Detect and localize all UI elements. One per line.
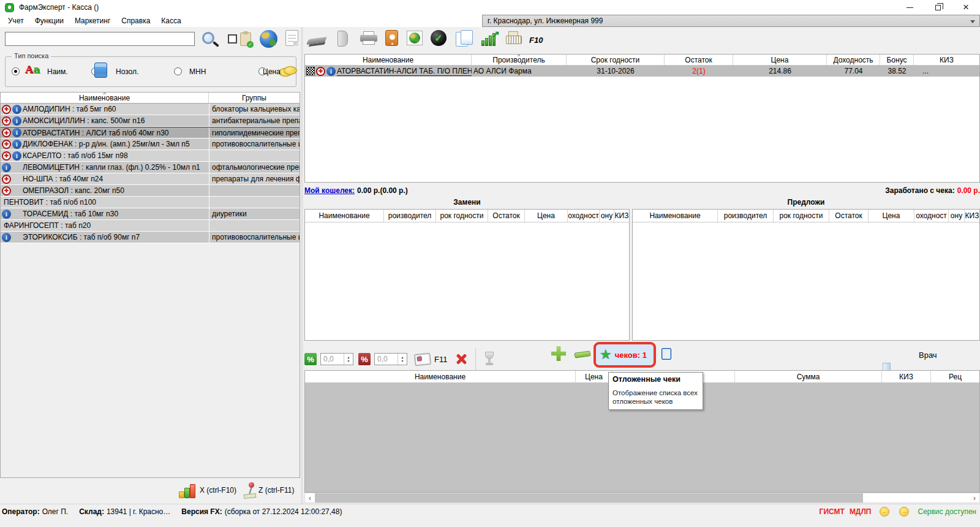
menu-funkcii[interactable]: Функции	[29, 15, 69, 26]
scrollbar-thumb[interactable]	[315, 493, 863, 502]
drug-row[interactable]: ✚iАТОРВАСТАТИН : АЛСИ таб п/об 40мг n30г…	[1, 127, 300, 138]
info-icon: i	[12, 128, 21, 137]
menu-kassa[interactable]: Касса	[156, 15, 186, 26]
col-product-name[interactable]: Наименование	[305, 55, 472, 65]
sales-chart-icon[interactable]: ↗	[481, 30, 500, 46]
drug-row[interactable]: ✚iКСАРЕЛТО : таб п/об 15мг n98	[1, 150, 300, 162]
drug-row[interactable]: iТОРАСЕМИД : таб 10мг n30диуретики	[1, 208, 300, 220]
product-table: Наименование ^ Производитель Срок годнос…	[304, 54, 980, 183]
rx-icon: ✚	[2, 105, 11, 114]
scroll-left-button[interactable]: ‹	[305, 493, 315, 502]
receipt-col-price[interactable]: Цена	[576, 371, 612, 382]
zameni-col-profit[interactable]: оходност	[568, 210, 600, 222]
globe-search-icon[interactable]	[260, 30, 277, 48]
close-button[interactable]: ×	[952, 0, 980, 15]
drug-row[interactable]: ✚iАМЛОДИПИН : таб 5мг n60блокаторы кальц…	[1, 104, 300, 115]
zameni-col-bonus[interactable]: ону	[600, 210, 614, 222]
coin-left-icon[interactable]: ←	[880, 507, 889, 517]
receipt-col-kiz[interactable]: КИЗ	[882, 371, 931, 382]
red-discount-spinner[interactable]: 0,0 ▲▼	[374, 353, 407, 365]
drug-row[interactable]: ПЕНТОВИТ : таб п/об n100	[1, 197, 300, 208]
product-kiz: ...	[914, 67, 979, 75]
spin-down-icon[interactable]: ▼	[347, 359, 350, 363]
vertical-splitter[interactable]	[301, 27, 303, 504]
predlozhi-col-profit[interactable]: оходност	[914, 210, 949, 222]
search-option-checkbox[interactable]	[228, 34, 237, 44]
sync-check-icon[interactable]: ✓	[431, 30, 447, 46]
radio-name[interactable]	[12, 67, 20, 75]
search-input[interactable]	[5, 32, 195, 46]
pages-icon[interactable]	[456, 30, 472, 46]
minimize-button[interactable]	[895, 0, 924, 15]
deferred-checks-button[interactable]: ★ чеков: 1	[594, 342, 656, 368]
drug-group	[209, 197, 300, 208]
printer-icon[interactable]	[360, 31, 377, 45]
location-dropdown[interactable]: г. Краснодар, ул. Инженерная 999	[482, 15, 980, 27]
menu-spravka[interactable]: Справка	[116, 15, 156, 26]
search-type-label: Тип поиска	[12, 52, 51, 59]
zameni-col-manufacturer[interactable]: роизводител	[384, 210, 436, 222]
zameni-col-kiz[interactable]: КИЗ	[614, 210, 629, 222]
clipboard-check-icon[interactable]	[240, 32, 251, 46]
col-stock[interactable]: Остаток	[665, 55, 733, 65]
scroll-right-button[interactable]: ›	[970, 493, 979, 502]
remove-item-button[interactable]	[575, 351, 591, 358]
toolbar-divider	[475, 348, 476, 370]
receipt-col-sum[interactable]: Сумма	[735, 371, 882, 382]
spin-down-icon[interactable]: ▼	[401, 359, 404, 363]
wallet-link[interactable]: Мой кошелек:	[304, 186, 355, 195]
predlozhi-col-bonus[interactable]: ону	[949, 210, 965, 222]
column-header-groups[interactable]: Группы	[209, 93, 300, 103]
drug-row[interactable]: ✚iАМОКСИЦИЛЛИН : капс. 500мг n16антибакт…	[1, 115, 300, 127]
col-bonus[interactable]: Бонус	[880, 55, 914, 65]
drug-name: КСАРЕЛТО : таб п/об 15мг n98	[23, 151, 128, 160]
receipt-col-name[interactable]: Наименование	[305, 371, 576, 382]
coin-right-icon[interactable]: →	[899, 507, 909, 517]
address-book-icon[interactable]	[385, 30, 398, 46]
menu-marketing[interactable]: Маркетинг	[69, 15, 116, 26]
drug-row[interactable]: ✚НО-ШПА : таб 40мг n24препараты для лече…	[1, 173, 300, 185]
x-report-button[interactable]: X (ctrl-F10)	[179, 482, 236, 498]
col-expiry[interactable]: Срок годности	[567, 55, 665, 65]
zameni-col-stock[interactable]: Остаток	[488, 210, 525, 222]
product-row[interactable]: ✚ i АТОРВАСТАТИН-АЛСИ ТАБ. П/О ПЛЕН. 40 …	[305, 66, 979, 77]
restore-button[interactable]	[924, 0, 952, 15]
trophy-icon[interactable]	[483, 352, 496, 366]
cancel-x-icon[interactable]	[454, 353, 467, 365]
binder-icon[interactable]	[337, 31, 348, 47]
column-header-name[interactable]: ^ Наименование	[1, 93, 209, 103]
add-item-button[interactable]	[551, 346, 566, 361]
hole-punch-icon[interactable]	[308, 32, 325, 37]
zameni-col-price[interactable]: Цена	[525, 210, 568, 222]
drug-row[interactable]: iЭТОРИКОКСИБ : таб п/об 90мг n7противово…	[1, 232, 300, 243]
cheque-card-icon[interactable]	[414, 352, 431, 366]
predlozhi-col-price[interactable]: Цена	[869, 210, 914, 222]
predlozhi-col-kiz[interactable]: КИЗ	[965, 210, 979, 222]
check-list-icon[interactable]	[662, 348, 671, 360]
drug-row[interactable]: ✚ОМЕПРАЗОЛ : капс. 20мг n50	[1, 185, 300, 197]
predlozhi-col-manufacturer[interactable]: роизводител	[718, 210, 774, 222]
cash-register-icon[interactable]	[506, 31, 524, 46]
col-manufacturer[interactable]: ^ Производитель	[472, 55, 567, 65]
drug-row[interactable]: ФАРИНГОСЕПТ : таб n20	[1, 220, 300, 232]
col-kiz[interactable]: КИЗ	[914, 55, 979, 65]
product-profit: 77.04	[827, 67, 880, 75]
predlozhi-col-expiry[interactable]: рок годности	[774, 210, 829, 222]
receipt-col-recipe[interactable]: Рец	[931, 371, 979, 382]
drug-row[interactable]: iЛЕВОМИЦЕТИН : капли глаз. (фл.) 0.25% -…	[1, 162, 300, 173]
predlozhi-col-stock[interactable]: Остаток	[829, 210, 869, 222]
search-icon[interactable]	[202, 32, 214, 44]
horizontal-scrollbar[interactable]: ‹ ›	[304, 493, 980, 503]
menu-uchet[interactable]: Учет	[2, 15, 29, 26]
predlozhi-col-name[interactable]: Наименование	[633, 210, 718, 222]
drug-row[interactable]: ✚iДИКЛОФЕНАК : р-р д/ин. (амп.) 25мг/мл …	[1, 138, 300, 150]
web-photo-icon[interactable]	[407, 31, 423, 45]
notes-document-icon[interactable]	[285, 30, 298, 46]
green-discount-spinner[interactable]: 0,0 ▲▼	[320, 353, 353, 365]
z-report-button[interactable]: Z (ctrl-F11)	[244, 482, 294, 498]
col-price[interactable]: Цена	[733, 55, 827, 65]
col-profit[interactable]: Доходность	[827, 55, 880, 65]
zameni-col-expiry[interactable]: рок годности	[436, 210, 488, 222]
radio-mnn[interactable]	[174, 67, 182, 75]
zameni-col-name[interactable]: Наименование	[305, 210, 384, 222]
